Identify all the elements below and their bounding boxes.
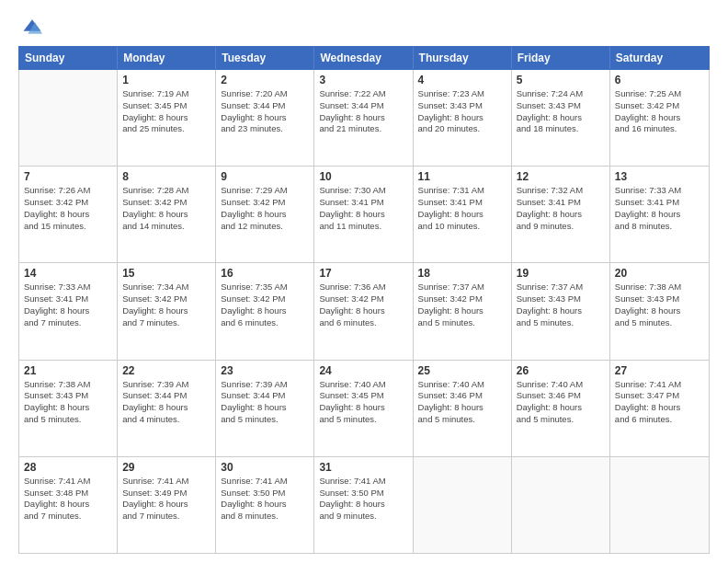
calendar-cell: 2Sunrise: 7:20 AM Sunset: 3:44 PM Daylig… bbox=[216, 70, 314, 166]
calendar-cell: 14Sunrise: 7:33 AM Sunset: 3:41 PM Dayli… bbox=[19, 263, 118, 359]
calendar-cell: 31Sunrise: 7:41 AM Sunset: 3:50 PM Dayli… bbox=[314, 457, 413, 553]
calendar-cell bbox=[610, 457, 709, 553]
calendar-row-1: 1Sunrise: 7:19 AM Sunset: 3:45 PM Daylig… bbox=[19, 70, 709, 167]
calendar-cell: 18Sunrise: 7:37 AM Sunset: 3:42 PM Dayli… bbox=[414, 263, 512, 359]
day-info: Sunrise: 7:37 AM Sunset: 3:43 PM Dayligh… bbox=[517, 282, 605, 328]
day-number: 26 bbox=[517, 364, 605, 377]
calendar-row-2: 7Sunrise: 7:26 AM Sunset: 3:42 PM Daylig… bbox=[19, 167, 709, 263]
day-number: 30 bbox=[221, 461, 309, 474]
calendar-cell: 24Sunrise: 7:40 AM Sunset: 3:45 PM Dayli… bbox=[314, 361, 413, 456]
day-number: 19 bbox=[517, 267, 605, 280]
header-day-sunday: Sunday bbox=[19, 47, 118, 69]
calendar-cell: 3Sunrise: 7:22 AM Sunset: 3:44 PM Daylig… bbox=[314, 70, 413, 166]
day-number: 5 bbox=[517, 74, 605, 86]
day-number: 23 bbox=[221, 364, 309, 377]
day-info: Sunrise: 7:22 AM Sunset: 3:44 PM Dayligh… bbox=[319, 88, 407, 135]
header-day-monday: Monday bbox=[118, 47, 216, 69]
logo bbox=[18, 17, 42, 37]
day-number: 2 bbox=[221, 74, 309, 86]
day-info: Sunrise: 7:39 AM Sunset: 3:44 PM Dayligh… bbox=[122, 379, 210, 426]
calendar-cell: 28Sunrise: 7:41 AM Sunset: 3:48 PM Dayli… bbox=[19, 457, 118, 553]
day-info: Sunrise: 7:40 AM Sunset: 3:46 PM Dayligh… bbox=[517, 379, 605, 426]
day-number: 16 bbox=[221, 267, 309, 280]
day-info: Sunrise: 7:40 AM Sunset: 3:45 PM Dayligh… bbox=[319, 379, 407, 426]
calendar: SundayMondayTuesdayWednesdayThursdayFrid… bbox=[18, 46, 710, 554]
calendar-cell: 9Sunrise: 7:29 AM Sunset: 3:42 PM Daylig… bbox=[216, 167, 314, 262]
day-number: 27 bbox=[615, 364, 704, 377]
calendar-cell: 26Sunrise: 7:40 AM Sunset: 3:46 PM Dayli… bbox=[512, 361, 610, 456]
day-number: 17 bbox=[319, 267, 407, 280]
calendar-cell: 23Sunrise: 7:39 AM Sunset: 3:44 PM Dayli… bbox=[216, 361, 314, 456]
page: SundayMondayTuesdayWednesdayThursdayFrid… bbox=[0, 0, 728, 563]
day-info: Sunrise: 7:41 AM Sunset: 3:50 PM Dayligh… bbox=[221, 476, 309, 523]
calendar-cell: 19Sunrise: 7:37 AM Sunset: 3:43 PM Dayli… bbox=[512, 263, 610, 359]
day-info: Sunrise: 7:41 AM Sunset: 3:48 PM Dayligh… bbox=[24, 476, 112, 523]
calendar-cell: 12Sunrise: 7:32 AM Sunset: 3:41 PM Dayli… bbox=[512, 167, 610, 262]
calendar-cell: 6Sunrise: 7:25 AM Sunset: 3:42 PM Daylig… bbox=[610, 70, 709, 166]
calendar-cell: 8Sunrise: 7:28 AM Sunset: 3:42 PM Daylig… bbox=[118, 167, 216, 262]
header-day-thursday: Thursday bbox=[414, 47, 512, 69]
day-number: 1 bbox=[122, 74, 210, 86]
day-number: 20 bbox=[615, 267, 704, 280]
day-info: Sunrise: 7:29 AM Sunset: 3:42 PM Dayligh… bbox=[221, 185, 309, 232]
calendar-row-5: 28Sunrise: 7:41 AM Sunset: 3:48 PM Dayli… bbox=[19, 457, 709, 553]
day-info: Sunrise: 7:25 AM Sunset: 3:42 PM Dayligh… bbox=[615, 88, 704, 135]
calendar-cell bbox=[19, 70, 118, 166]
day-number: 3 bbox=[319, 74, 407, 86]
day-number: 8 bbox=[122, 170, 210, 183]
header-day-tuesday: Tuesday bbox=[216, 47, 314, 69]
day-number: 12 bbox=[517, 170, 605, 183]
day-number: 29 bbox=[122, 461, 210, 474]
day-info: Sunrise: 7:38 AM Sunset: 3:43 PM Dayligh… bbox=[615, 282, 704, 328]
calendar-cell: 10Sunrise: 7:30 AM Sunset: 3:41 PM Dayli… bbox=[314, 167, 413, 262]
calendar-cell: 25Sunrise: 7:40 AM Sunset: 3:46 PM Dayli… bbox=[414, 361, 512, 456]
day-info: Sunrise: 7:33 AM Sunset: 3:41 PM Dayligh… bbox=[24, 282, 112, 328]
day-info: Sunrise: 7:23 AM Sunset: 3:43 PM Dayligh… bbox=[418, 88, 506, 135]
day-number: 21 bbox=[24, 364, 112, 377]
header-day-saturday: Saturday bbox=[610, 47, 709, 69]
calendar-cell: 20Sunrise: 7:38 AM Sunset: 3:43 PM Dayli… bbox=[610, 263, 709, 359]
calendar-cell: 7Sunrise: 7:26 AM Sunset: 3:42 PM Daylig… bbox=[19, 167, 118, 262]
calendar-row-3: 14Sunrise: 7:33 AM Sunset: 3:41 PM Dayli… bbox=[19, 263, 709, 360]
header-day-friday: Friday bbox=[512, 47, 610, 69]
day-number: 18 bbox=[418, 267, 506, 280]
calendar-cell: 21Sunrise: 7:38 AM Sunset: 3:43 PM Dayli… bbox=[19, 361, 118, 456]
day-number: 22 bbox=[122, 364, 210, 377]
day-number: 28 bbox=[24, 461, 112, 474]
day-info: Sunrise: 7:35 AM Sunset: 3:42 PM Dayligh… bbox=[221, 282, 309, 328]
day-info: Sunrise: 7:40 AM Sunset: 3:46 PM Dayligh… bbox=[418, 379, 506, 426]
calendar-header: SundayMondayTuesdayWednesdayThursdayFrid… bbox=[18, 46, 710, 70]
calendar-cell: 29Sunrise: 7:41 AM Sunset: 3:49 PM Dayli… bbox=[118, 457, 216, 553]
day-info: Sunrise: 7:33 AM Sunset: 3:41 PM Dayligh… bbox=[615, 185, 704, 232]
day-info: Sunrise: 7:24 AM Sunset: 3:43 PM Dayligh… bbox=[517, 88, 605, 135]
day-info: Sunrise: 7:19 AM Sunset: 3:45 PM Dayligh… bbox=[122, 88, 210, 135]
calendar-cell: 13Sunrise: 7:33 AM Sunset: 3:41 PM Dayli… bbox=[610, 167, 709, 262]
day-number: 11 bbox=[418, 170, 506, 183]
logo-icon bbox=[22, 17, 42, 37]
day-number: 24 bbox=[319, 364, 407, 377]
calendar-cell: 15Sunrise: 7:34 AM Sunset: 3:42 PM Dayli… bbox=[118, 263, 216, 359]
day-info: Sunrise: 7:37 AM Sunset: 3:42 PM Dayligh… bbox=[418, 282, 506, 328]
day-info: Sunrise: 7:39 AM Sunset: 3:44 PM Dayligh… bbox=[221, 379, 309, 426]
calendar-cell: 27Sunrise: 7:41 AM Sunset: 3:47 PM Dayli… bbox=[610, 361, 709, 456]
day-info: Sunrise: 7:38 AM Sunset: 3:43 PM Dayligh… bbox=[24, 379, 112, 426]
day-number: 13 bbox=[615, 170, 704, 183]
day-number: 6 bbox=[615, 74, 704, 86]
day-info: Sunrise: 7:36 AM Sunset: 3:42 PM Dayligh… bbox=[319, 282, 407, 328]
calendar-body: 1Sunrise: 7:19 AM Sunset: 3:45 PM Daylig… bbox=[18, 70, 710, 554]
day-info: Sunrise: 7:41 AM Sunset: 3:47 PM Dayligh… bbox=[615, 379, 704, 426]
calendar-row-4: 21Sunrise: 7:38 AM Sunset: 3:43 PM Dayli… bbox=[19, 361, 709, 457]
day-number: 10 bbox=[319, 170, 407, 183]
day-number: 9 bbox=[221, 170, 309, 183]
calendar-cell: 16Sunrise: 7:35 AM Sunset: 3:42 PM Dayli… bbox=[216, 263, 314, 359]
calendar-cell: 11Sunrise: 7:31 AM Sunset: 3:41 PM Dayli… bbox=[414, 167, 512, 262]
day-number: 15 bbox=[122, 267, 210, 280]
day-number: 31 bbox=[319, 461, 407, 474]
day-info: Sunrise: 7:31 AM Sunset: 3:41 PM Dayligh… bbox=[418, 185, 506, 232]
day-info: Sunrise: 7:28 AM Sunset: 3:42 PM Dayligh… bbox=[122, 185, 210, 232]
calendar-cell bbox=[512, 457, 610, 553]
day-info: Sunrise: 7:26 AM Sunset: 3:42 PM Dayligh… bbox=[24, 185, 112, 232]
day-number: 14 bbox=[24, 267, 112, 280]
day-info: Sunrise: 7:30 AM Sunset: 3:41 PM Dayligh… bbox=[319, 185, 407, 232]
calendar-cell: 17Sunrise: 7:36 AM Sunset: 3:42 PM Dayli… bbox=[314, 263, 413, 359]
